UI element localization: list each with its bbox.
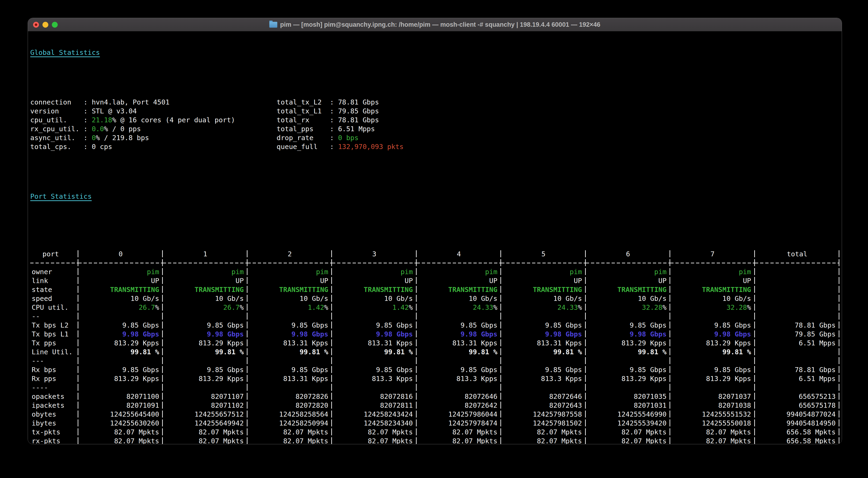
port-stats-row: Line Util.99.81 %99.81 %99.81 %99.81 %99… — [30, 347, 839, 356]
port-stats-row: opackets82071100820711078207282682072816… — [30, 392, 839, 401]
port-stats-row: CPU util.26.7%26.7%1.42%1.42%24.33%24.33… — [30, 303, 839, 312]
stat-cell: 9.85 Gbps — [501, 365, 586, 374]
stat-cell — [416, 356, 501, 365]
stat-cell: 813.29 Kpps — [163, 374, 247, 383]
stat-cell: 10 Gb/s — [163, 294, 247, 303]
global-stats-right: queue_full: 132,970,093 pkts — [277, 142, 403, 151]
separator-row: --- — [30, 356, 839, 365]
stat-cell: 813.31 Kpps — [248, 339, 332, 347]
stat-value: % @ 16 cores (4 per dual port) — [112, 116, 235, 124]
row-label: state — [30, 285, 79, 294]
port-stats-row: obytes1242556454001242556575121242582585… — [30, 410, 839, 419]
stat-cell — [79, 312, 163, 321]
port-stats-row: Tx pps813.29 Kpps813.29 Kpps813.31 Kpps8… — [30, 339, 839, 347]
stat-cell: UP — [586, 276, 670, 285]
port-stats-row: tx-pkts82.07 Mpkts82.07 Mpkts82.07 Mpkts… — [30, 428, 839, 437]
stat-cell: 9.85 Gbps — [416, 365, 501, 374]
total-cell: 78.81 Gbps — [755, 321, 839, 330]
total-cell — [755, 356, 839, 365]
stat-cell: 9.85 Gbps — [416, 321, 501, 330]
stat-label: cpu_util. — [30, 115, 84, 125]
window-title: pim — [mosh] pim@squanchy.ipng.ch: /home… — [280, 21, 600, 28]
stat-colon: : — [84, 143, 92, 151]
stat-cell: 82071091 — [79, 401, 163, 410]
stat-cell: UP — [416, 276, 501, 285]
percent-value: 32.28 — [642, 303, 662, 311]
stat-cell: 82.07 Mpkts — [79, 437, 163, 444]
row-label: Line Util. — [30, 347, 79, 356]
total-cell: 78.81 Gbps — [755, 365, 839, 374]
stat-colon: : — [84, 116, 92, 124]
column-header: 5 — [501, 249, 586, 259]
total-cell — [755, 383, 839, 392]
titlebar[interactable]: pim — [mosh] pim@squanchy.ipng.ch: /home… — [28, 18, 842, 31]
stat-cell: TRANSMITTING — [79, 285, 163, 294]
row-label: Rx bps — [30, 365, 79, 374]
close-button[interactable] — [33, 22, 39, 28]
stat-cell: pim — [501, 267, 586, 276]
separator-cell — [586, 259, 670, 267]
total-cell — [755, 285, 839, 294]
port-stats-row: ibytes1242556302601242556499421242582509… — [30, 419, 839, 428]
row-label: owner — [30, 267, 79, 276]
stat-cell: 82072820 — [248, 401, 332, 410]
stat-cell — [332, 383, 416, 392]
stat-cell: 99.81 % — [416, 347, 501, 356]
percent-value: 24.33 — [557, 303, 578, 311]
stat-cell — [670, 383, 755, 392]
global-stats-right: total_tx_L2: 78.81 Gbps — [277, 98, 379, 107]
traffic-lights — [33, 18, 58, 31]
port-table-header: port01234567total — [30, 249, 839, 259]
stat-cell: 82071035 — [586, 392, 670, 401]
minimize-button[interactable] — [42, 22, 48, 28]
stat-value: 6.51 Mpps — [338, 125, 375, 133]
stat-cell: pim — [332, 267, 416, 276]
stat-colon: : — [330, 134, 338, 142]
stat-cell: 9.85 Gbps — [670, 365, 755, 374]
total-cell — [755, 267, 839, 276]
zoom-button[interactable] — [52, 22, 58, 28]
stat-colon: : — [84, 134, 92, 142]
stat-value: 0 — [92, 134, 96, 142]
stat-label: total_cps. — [30, 142, 84, 151]
stat-cell: 813.3 Kpps — [501, 374, 586, 383]
row-label: CPU util. — [30, 303, 79, 312]
stat-value: 0 cps — [92, 143, 112, 151]
stat-cell: UP — [163, 276, 247, 285]
global-stats-right: total_tx_L1: 79.85 Gbps — [277, 107, 379, 115]
stat-cell: 82.07 Mpkts — [501, 437, 586, 444]
percent-sign: % — [747, 303, 751, 311]
stat-cell: 9.85 Gbps — [670, 321, 755, 330]
separator-cell — [30, 259, 79, 267]
percent-sign: % — [240, 303, 244, 311]
column-header: 7 — [670, 249, 755, 259]
stat-cell — [163, 356, 247, 365]
stat-cell: 10 Gb/s — [670, 294, 755, 303]
stat-cell: 99.81 % — [79, 347, 163, 356]
row-label: speed — [30, 294, 79, 303]
stat-cell: 82071037 — [670, 392, 755, 401]
stat-cell: 9.85 Gbps — [332, 365, 416, 374]
stat-cell: 9.98 Gbps — [670, 330, 755, 339]
stat-cell: 9.98 Gbps — [79, 330, 163, 339]
stat-label: connection — [30, 98, 84, 107]
row-label: Rx pps — [30, 374, 79, 383]
stat-cell: 124255645400 — [79, 410, 163, 419]
total-cell: 656575213 — [755, 392, 839, 401]
header-separator — [30, 259, 839, 267]
stat-cell: pim — [163, 267, 247, 276]
stat-cell: 813.31 Kpps — [248, 374, 332, 383]
stat-cell: 813.29 Kpps — [79, 339, 163, 347]
stat-cell: UP — [79, 276, 163, 285]
stat-cell: 82.07 Mpkts — [332, 428, 416, 437]
column-header: 2 — [248, 249, 332, 259]
global-stats-right: total_rx: 78.81 Gbps — [277, 115, 379, 125]
stat-cell: 9.98 Gbps — [586, 330, 670, 339]
stat-cell: 10 Gb/s — [248, 294, 332, 303]
stat-label: total_rx — [277, 115, 330, 125]
stat-cell — [163, 383, 247, 392]
stat-cell: 813.31 Kpps — [416, 339, 501, 347]
port-stats-row: Rx bps9.85 Gbps9.85 Gbps9.85 Gbps9.85 Gb… — [30, 365, 839, 374]
stat-cell: 99.81 % — [501, 347, 586, 356]
stat-cell: 9.98 Gbps — [416, 330, 501, 339]
